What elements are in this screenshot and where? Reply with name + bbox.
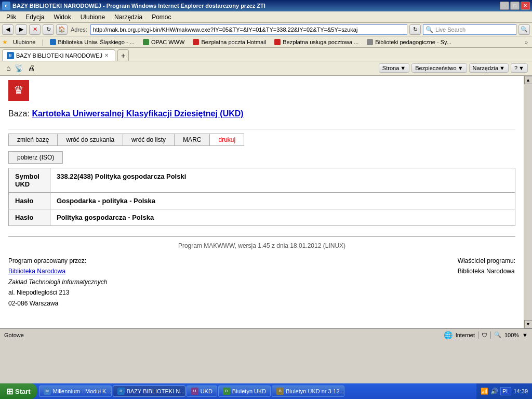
fav-item-1[interactable]: OPAC WWW [140,38,188,46]
refresh-button[interactable]: ↻ [43,24,54,35]
help-button[interactable]: ? ▼ [511,63,528,73]
refresh-icon[interactable]: ↻ [409,24,421,35]
rss-icon[interactable]: 📡 [15,64,23,72]
marc-button[interactable]: MARC [175,134,210,145]
narzedzia-label: Narzędzia [473,65,499,71]
favorites-extend-button[interactable]: » [523,38,530,46]
fav-icon-2 [193,39,199,45]
drukuj-button[interactable]: drukuj [210,134,244,145]
scroll-down-button[interactable]: ▼ [524,320,533,328]
taskbar-tray-icons: 📶 🔊 [481,388,498,395]
taskbar: ⊞ Start M Millennium - Moduł K... B BAZY… [0,383,532,399]
scroll-up-button[interactable]: ▲ [524,76,533,84]
taskbar-icon-1: B [117,388,125,395]
fav-item-2[interactable]: Bezpłatna poczta Hotmail [190,38,269,46]
home-icon[interactable]: ⌂ [6,64,10,72]
scrollbar[interactable]: ▲ ▼ [524,76,532,328]
window-title: BAZY BIBLIOTEKI NARODOWEJ - Program Wind… [12,3,265,9]
pobierz-button[interactable]: pobierz (ISO) [8,151,63,164]
menu-pomoc[interactable]: Pomoc [148,12,175,22]
taskbar-icon-0: M [44,388,51,395]
wlasciciel-label: Właściciel programu: [458,257,515,264]
wroc-do-szukania-button[interactable]: wróć do szukania [58,134,123,145]
taskbar-lang[interactable]: PL [500,387,511,395]
tray-icon-speaker: 🔊 [490,388,498,395]
narzedzia-button[interactable]: Narzędzia ▼ [469,63,509,73]
forward-button[interactable]: ▶ [16,24,27,35]
strona-button[interactable]: Strona ▼ [379,63,409,73]
search-go-button[interactable]: 🔍 [518,24,530,35]
favorites-star-icon: ★ [2,38,8,46]
wlasciciel-value: Biblioteka Narodowa [458,268,515,275]
address-bar: ◀ ▶ ✕ ↻ 🏠 Adres: ↻ 🔍 🔍 [0,23,532,36]
biblioteka-link[interactable]: Biblioteka Narodowa [8,268,65,275]
taskbar-item-1[interactable]: B BAZY BIBLIOTEKI N... [113,385,185,397]
menu-edycja[interactable]: Edycja [21,12,48,22]
value-haslo-1: Gospodarka - polityka - Polska [50,193,515,209]
page-content: ♛ Baza: Kartoteka Uniwersalnej Klasyfika… [0,76,524,328]
home-button[interactable]: 🏠 [56,24,68,35]
maximize-button[interactable]: □ [510,2,520,10]
taskbar-item-3[interactable]: B Biuletyn UKD [218,385,271,397]
footer-right: Właściciel programu: Biblioteka Narodowa [458,256,515,309]
buttons-row: zmień bazę wróć do szukania wróć do list… [8,134,515,146]
wroc-do-listy-button[interactable]: wróć do listy [123,134,175,145]
help-label: ? [514,65,517,71]
baza-link[interactable]: Kartoteka Uniwersalnej Klasyfikacji Dzie… [32,109,243,118]
org-name: Zakład Technologii Informatycznych [8,278,107,286]
fav-item-3[interactable]: Bezpłatna usługa pocztowa ... [271,38,362,46]
status-globe-icon: 🌐 [444,331,453,339]
address-input[interactable] [90,24,407,35]
status-shield-icon: 🛡 [482,332,487,338]
active-tab[interactable]: B BAZY BIBLIOTEKI NARODOWEJ ✕ [2,49,115,61]
taskbar-icon-2: U [191,388,198,395]
status-bar: Gotowe 🌐 Internet 🛡 🔍 100% ▼ [0,328,532,341]
table-row: Symbol UKD 338.22(438) Polityka gospodar… [9,168,515,193]
footer-left: Program opracowany przez: Biblioteka Nar… [8,256,107,309]
divider-1 [8,129,515,129]
label-haslo-2: Hasło [9,209,50,226]
taskbar-icon-4: B [276,388,284,395]
taskbar-item-0[interactable]: M Millennium - Moduł K... [39,385,112,397]
taskbar-item-2[interactable]: U UKD [187,385,217,397]
footer-divider [8,236,515,237]
favorites-label[interactable]: Ulubione [10,38,38,46]
live-search-input[interactable] [435,26,514,33]
fav-icon-1 [143,39,149,45]
value-haslo-2: Polityka gospodarcza - Polska [50,209,515,226]
menu-bar: Plik Edycja Widok Ulubione Narzędzia Pom… [0,11,532,23]
fav-item-0[interactable]: Biblioteka Uniw. Śląskiego - ... [47,38,138,46]
tab-bar: B BAZY BIBLIOTEKI NARODOWEJ ✕ + [0,48,532,61]
help-arrow-icon: ▼ [518,65,524,71]
address-2: 02-086 Warszawa [8,300,58,307]
print-icon[interactable]: 🖨 [28,64,35,72]
back-button[interactable]: ◀ [2,24,14,35]
taskbar-item-4[interactable]: B Biuletyn UKD nr 3-12... [272,385,344,397]
favorites-bar: ★ Ulubione | Biblioteka Uniw. Śląskiego … [0,36,532,48]
menu-widok[interactable]: Widok [49,12,75,22]
bezpieczenstwo-button[interactable]: Bezpieczeństwo ▼ [411,63,467,73]
menu-plik[interactable]: Plik [2,12,20,22]
minimize-button[interactable]: ─ [500,2,509,10]
menu-narzedzia[interactable]: Narzędzia [110,12,147,22]
status-text: Gotowe [4,332,24,338]
status-sep-2 [490,331,491,339]
start-button[interactable]: ⊞ Start [0,383,37,399]
bezpieczenstwo-arrow-icon: ▼ [458,65,463,71]
fav-item-4[interactable]: Biblioteki pedagogiczne - Sy... [364,38,455,46]
strona-arrow-icon: ▼ [400,65,406,71]
value-symbol-ukd: 338.22(438) Polityka gospodarcza Polski [50,168,515,193]
close-button[interactable]: ✕ [521,2,530,10]
new-tab-button[interactable]: + [117,49,129,61]
data-table: Symbol UKD 338.22(438) Polityka gospodar… [8,168,515,226]
stop-button[interactable]: ✕ [29,24,41,35]
bezpieczenstwo-label: Bezpieczeństwo [415,65,457,71]
zmien-baze-button[interactable]: zmień bazę [9,134,58,145]
tab-favicon: B [7,52,14,59]
menu-ulubione[interactable]: Ulubione [76,12,109,22]
start-label: Start [15,388,31,395]
start-logo-icon: ⊞ [6,387,13,396]
ie-toolbar: ⌂ 📡 🖨 Strona ▼ Bezpieczeństwo ▼ Narzędzi… [0,61,532,76]
tab-close-button[interactable]: ✕ [104,52,109,58]
taskbar-items: M Millennium - Moduł K... B BAZY BIBLIOT… [37,385,476,397]
